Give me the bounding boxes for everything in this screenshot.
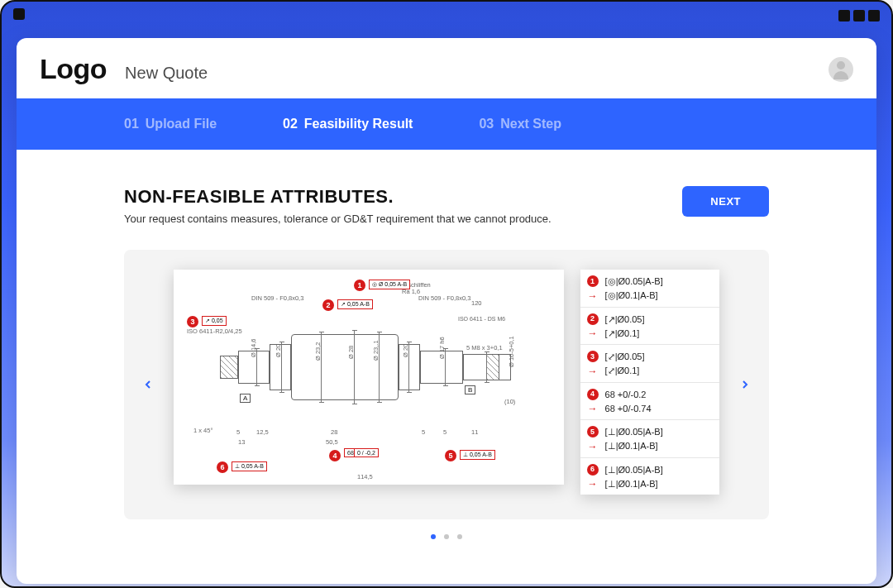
legend-row[interactable]: 6[⊥|Ø0.05|A-B]→[⊥|Ø0.1|A-B] [580,458,719,495]
drawing-dim: 5 [443,428,446,436]
drawing-note-iso-right: ISO 6411 - DS M6 [458,316,505,322]
legend-row[interactable]: 468 +0/-0.2→68 +0/-0.74 [580,383,719,421]
drawing-pin-4[interactable]: 4 [329,450,341,461]
legend-row[interactable]: 3[⤢|Ø0.05]→[⤢|Ø0.1] [580,345,719,383]
carousel-dot[interactable] [431,534,436,539]
drawing-redbox-4b: 0 / -0,2 [354,448,379,457]
drawing-redbox-2: ↗ 0,05 A-B [337,299,373,309]
drawing-dim: 11 [471,428,478,436]
titlebar [2,2,891,30]
drawing-diam: Ø 23,.1 [372,340,380,361]
drawing-redbox-6: ⊥ 0,05 A-B [232,461,267,471]
carousel-slide: DIN 509 - F0,8x0,3 DIN 509 - F0,8x0,3 ge… [124,250,769,519]
drawing-dim: 28 [331,428,337,436]
titlebar-left [13,8,25,23]
legend-row[interactable]: 5[⊥|Ø0.05|A-B]→[⊥|Ø0.1|A-B] [580,420,719,458]
drawing-diam: Ø 20 [402,344,409,357]
legend-from: [⤢|Ø0.05] [605,350,645,364]
browser-window: Logo New Quote 01 Upload File 02 Feasibi… [0,0,893,588]
carousel-dot[interactable] [457,534,462,539]
drawing-redbox-1: ◎ Ø 0,05 A-B [369,280,410,289]
drawing-note-chamfer: 1 x 45° [193,427,213,434]
legend-to: [◎|Ø0.1|A-B] [605,289,658,303]
legend-pin: 6 [587,464,599,476]
arrow-right-icon: → [587,439,599,454]
legend-pin: 2 [587,313,599,325]
drawing-dim: 50,5 [326,438,338,446]
drawing-dim: 12,5 [256,428,269,436]
window-control-icon[interactable] [838,10,850,22]
shaft-segment [291,334,399,400]
carousel: DIN 509 - F0,8x0,3 DIN 509 - F0,8x0,3 ge… [124,250,769,543]
chevron-right-icon [738,378,752,391]
section-subtitle: Your request contains measures, toleranc… [124,213,552,225]
drawing-redbox-3: ↗ 0,05 [202,316,227,326]
step-next-step[interactable]: 03 Next Step [479,117,561,131]
stepper: 01 Upload File 02 Feasibility Result 03 … [17,98,876,150]
header-left: Logo New Quote [40,53,208,85]
content-head: NON-FEASIBLE ATTRIBUTES. Your request co… [124,186,769,225]
step-number: 02 [283,117,298,131]
legend-from: [↗|Ø0.05] [605,313,645,327]
drawing-pin-6[interactable]: 6 [217,461,228,473]
drawing-pin-3[interactable]: 3 [187,316,198,327]
app-header: Logo New Quote [17,38,876,98]
legend-from: [⊥|Ø0.05|A-B] [605,425,663,439]
carousel-dots [124,528,769,543]
drawing-note-din-left: DIN 509 - F0,8x0,3 [251,294,303,302]
content: NON-FEASIBLE ATTRIBUTES. Your request co… [17,150,876,584]
legend-pin: 5 [587,426,599,437]
step-feasibility-result[interactable]: 02 Feasibility Result [283,117,413,131]
drawing-datum-b: B [465,385,475,394]
legend-pin: 3 [587,351,599,362]
legend-to: [⤢|Ø0.1] [605,364,640,378]
legend-to: 68 +0/-0.74 [605,402,652,416]
drawing-note-din-right: DIN 509 - F0,8x0,3 [418,294,470,302]
arrow-right-icon: → [587,401,599,416]
drawing-diam: Ø 20 [275,344,282,357]
drawing-diam: Ø 16-5+0,1 [508,336,515,367]
legend-from: [◎|Ø0.05|A-B] [605,275,663,289]
technical-drawing[interactable]: DIN 509 - F0,8x0,3 DIN 509 - F0,8x0,3 ge… [174,270,564,485]
window-dot-icon [13,8,25,20]
step-label: Next Step [500,117,561,131]
drawing-redbox-5: ⊥ 0,05 A-B [460,450,495,460]
legend-pin: 4 [587,389,599,400]
window-control-icon[interactable] [853,10,865,22]
logo[interactable]: Logo [40,53,107,85]
drawing-body: Ø 14,6 Ø 20 Ø 23,2 Ø 28 Ø 23,.1 Ø 20 Ø 1… [238,334,528,400]
drawing-diam: Ø 28 [347,346,355,359]
carousel-prev-button[interactable] [134,370,162,399]
legend-from: 68 +0/-0.2 [605,388,647,402]
step-number: 03 [479,117,494,131]
drawing-diam: Ø 23,2 [314,342,322,361]
feasibility-legend: 1[◎|Ø0.05|A-B]→[◎|Ø0.1|A-B]2[↗|Ø0.05]→[↗… [580,270,719,495]
drawing-dim-120: 120 [471,299,482,307]
step-upload-file[interactable]: 01 Upload File [124,117,217,131]
window-control-icon[interactable] [868,10,880,22]
legend-row[interactable]: 2[↗|Ø0.05]→[↗|Ø0.1] [580,308,719,346]
avatar[interactable] [829,57,853,82]
step-label: Upload File [146,117,217,131]
drawing-pin-5[interactable]: 5 [445,450,456,461]
chevron-left-icon [141,378,155,391]
legend-row[interactable]: 1[◎|Ø0.05|A-B]→[◎|Ø0.1|A-B] [580,270,719,308]
drawing-note-iso-left: ISO 6411-R2,0/4,25 [187,327,242,335]
page-title: New Quote [125,64,208,83]
drawing-dim: 5 [422,428,425,436]
arrow-right-icon: → [587,289,599,304]
carousel-next-button[interactable] [731,370,759,399]
drawing-pin-1[interactable]: 1 [354,280,365,291]
drawing-datum-a: A [240,394,251,403]
drawing-dim: 5 [236,428,240,436]
legend-to: [⊥|Ø0.1|A-B] [605,439,658,453]
arrow-right-icon: → [587,326,599,341]
carousel-dot[interactable] [444,534,449,539]
next-button[interactable]: NEXT [682,186,769,217]
drawing-pin-2[interactable]: 2 [322,299,334,311]
step-number: 01 [124,117,139,131]
drawing-diam: Ø 14,6 [250,338,257,357]
legend-to: [⊥|Ø0.1|A-B] [605,477,658,491]
titlebar-right [838,10,880,22]
legend-pin: 1 [587,275,599,287]
